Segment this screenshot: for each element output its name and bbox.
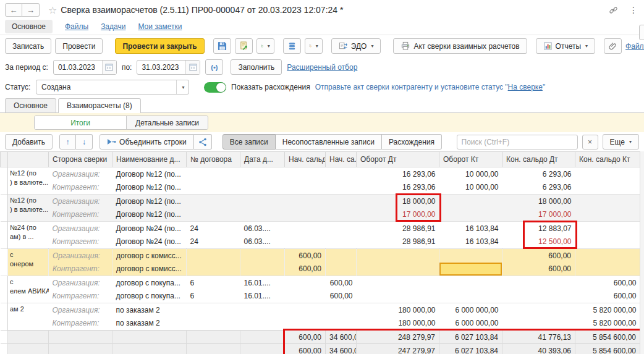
side-cell[interactable]: Организация: (49, 222, 112, 235)
cell-ksk[interactable] (575, 222, 640, 235)
side-cell[interactable]: Контрагент: (49, 317, 112, 331)
cell-ksk[interactable] (575, 167, 640, 181)
view-details-button[interactable]: Детальные записи (126, 116, 208, 129)
cell-od[interactable]: 18 000,00 (357, 195, 439, 208)
header-name[interactable] (8, 152, 49, 167)
move-down-button[interactable]: ↓ (76, 134, 93, 150)
cut-button[interactable] (639, 25, 644, 40)
total-cell-num[interactable] (187, 344, 240, 354)
save-icon-button[interactable] (213, 38, 231, 54)
total-cell-doc[interactable] (112, 344, 187, 354)
cell-doc[interactable]: Договор №12 (по... (112, 181, 187, 195)
cell-od[interactable] (357, 249, 439, 263)
cell-ksk[interactable]: 600,00 (575, 290, 640, 303)
cell-nsd[interactable] (285, 303, 326, 317)
nav-main[interactable]: Основное (5, 20, 53, 33)
group-name-cell[interactable]: №24 (поам) в ... (8, 222, 49, 249)
cell-ksd[interactable] (502, 303, 575, 317)
cell-nsd[interactable]: 600,00 (285, 263, 326, 276)
cell-nsk[interactable] (326, 263, 357, 276)
header-doc[interactable]: Наименование д... (112, 152, 187, 167)
menu-dots-icon[interactable]: ⋮ (629, 5, 638, 15)
cell-nsd[interactable] (285, 181, 326, 195)
nav-files[interactable]: Файлы (65, 22, 88, 31)
structure-button[interactable] (283, 38, 301, 54)
side-cell[interactable]: Контрагент: (49, 263, 112, 276)
side-cell[interactable]: Организация: (49, 195, 112, 208)
period-from-input[interactable] (54, 63, 102, 72)
cell-num[interactable]: 6 (187, 276, 240, 290)
cell-ok[interactable] (439, 263, 502, 276)
table-more-button[interactable]: Еще ▾ (603, 134, 639, 150)
side-cell[interactable]: Контрагент: (49, 290, 112, 303)
cell-od[interactable]: 28 986,91 (357, 235, 439, 249)
header-side[interactable]: Сторона сверки (49, 152, 112, 167)
side-cell[interactable]: Организация: (49, 167, 112, 181)
cell-num[interactable]: 6 (187, 290, 240, 303)
reconciliation-act-button[interactable]: Акт сверки взаимных расчетов (393, 38, 527, 54)
side-cell[interactable]: Контрагент: (49, 208, 112, 222)
header-contract-num[interactable]: № договора (187, 152, 240, 167)
cell-ksk[interactable] (575, 181, 640, 195)
search-input[interactable] (462, 138, 573, 146)
view-totals-button[interactable]: Итоги (35, 116, 126, 129)
cell-ksk[interactable]: 5 820 000,00 (575, 317, 640, 331)
post-and-close-button[interactable]: Провести и закрыть (115, 38, 204, 54)
cell-date[interactable]: 06.03.... (240, 222, 285, 235)
filter-discrepancies-button[interactable]: Расхождения (382, 134, 442, 150)
cell-doc[interactable]: Договор №24 (по... (112, 235, 187, 249)
show-discrepancies-toggle[interactable] (204, 82, 226, 93)
total-cell-od[interactable]: 247 279,97 (357, 344, 439, 354)
cell-doc[interactable]: Договор №12 (по... (112, 208, 187, 222)
cell-num[interactable]: 24 (187, 235, 240, 249)
calendar-button[interactable] (102, 61, 116, 74)
cell-nsk[interactable] (326, 249, 357, 263)
vertical-scrollbar[interactable] (640, 151, 644, 354)
cell-ok[interactable] (439, 195, 502, 208)
cell-ksk[interactable] (575, 263, 640, 276)
cell-doc[interactable]: Договор №12 (по... (112, 167, 187, 181)
total-cell-ok[interactable]: 6 027 103,84 (439, 344, 502, 354)
cell-num[interactable] (187, 167, 240, 181)
cell-ksk[interactable]: 5 820 000,00 (575, 303, 640, 317)
cell-nsd[interactable] (285, 235, 326, 249)
cell-nsd[interactable] (285, 222, 326, 235)
cell-ok[interactable]: 6 000 000,00 (439, 317, 502, 331)
cell-num[interactable] (187, 181, 240, 195)
edo-button[interactable]: ЭДО ▾ (331, 38, 381, 54)
cell-od[interactable]: 16 293,06 (357, 167, 439, 181)
side-cell[interactable]: Контрагент: (49, 181, 112, 195)
group-name-cell[interactable]: сонером (8, 249, 49, 276)
post-button[interactable]: Провести (55, 38, 103, 54)
cell-ok[interactable] (439, 249, 502, 263)
cell-ok[interactable] (439, 208, 502, 222)
cell-nsd[interactable]: 600,00 (285, 249, 326, 263)
cell-ok[interactable]: 16 103,84 (439, 235, 502, 249)
total-cell-nsd[interactable]: 600,00 (285, 331, 326, 344)
total-cell-ksd[interactable]: 40 393,06 (502, 344, 575, 354)
side-cell[interactable]: Организация: (49, 249, 112, 263)
total-cell-ok[interactable]: 6 027 103,84 (439, 331, 502, 344)
cell-od[interactable]: 28 986,91 (357, 222, 439, 235)
cell-num[interactable] (187, 208, 240, 222)
cell-ok[interactable]: 10 000,00 (439, 167, 502, 181)
forward-button[interactable]: → (22, 3, 40, 17)
total-cell-nsk[interactable]: 34 600,00 (326, 344, 357, 354)
split-rows-button[interactable] (194, 134, 212, 150)
cell-ksd[interactable] (502, 290, 575, 303)
header-start-balance-kt[interactable]: Нач. са... (326, 152, 357, 167)
fill-button[interactable]: Заполнить (231, 59, 282, 75)
create-based-on-button[interactable] (235, 38, 253, 54)
cell-od[interactable] (357, 276, 439, 290)
cell-ksk[interactable] (575, 208, 640, 222)
cell-ksd[interactable]: 6 293,06 (502, 181, 575, 195)
cell-od[interactable]: 16 293,06 (357, 181, 439, 195)
cell-ksd[interactable] (502, 276, 575, 290)
filter-all-button[interactable]: Все записи (222, 134, 276, 150)
total-cell-date[interactable] (240, 331, 285, 344)
total-cell-nsk[interactable]: 34 600,00 (326, 331, 357, 344)
clear-search-button[interactable]: × (582, 135, 598, 150)
cell-nsd[interactable] (285, 195, 326, 208)
cell-nsd[interactable] (285, 290, 326, 303)
cell-nsd[interactable] (285, 208, 326, 222)
